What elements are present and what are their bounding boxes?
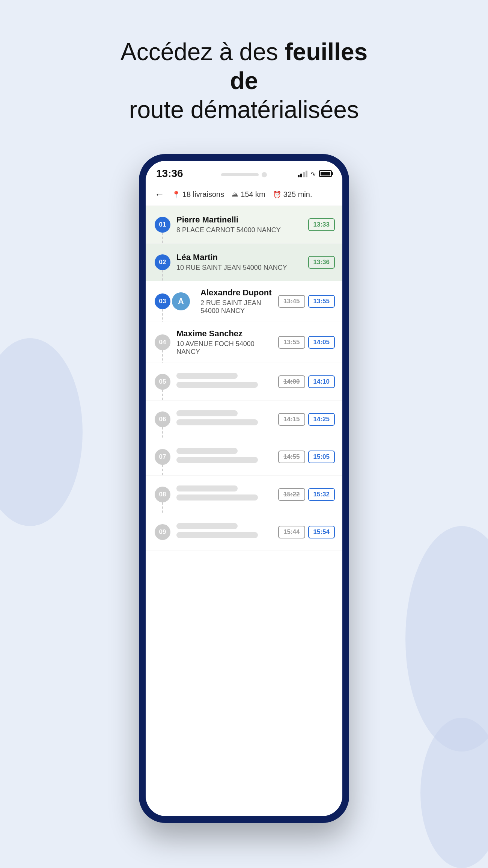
time-badge-strike-05: 14:00 [278, 375, 305, 388]
phone-frame: 13:36 ∿ [139, 154, 349, 823]
time-badges-08: 15:22 15:32 [278, 488, 335, 501]
time-badge-main-08: 15:32 [308, 488, 335, 501]
delivery-item-03[interactable]: 03 A Alexandre Dupont 2 RUE SAINT JEAN 5… [146, 281, 342, 322]
step-number-04: 04 [155, 334, 170, 350]
time-badges-06: 14:15 14:25 [278, 413, 335, 426]
time-badges-row-03: 13:45 13:55 [278, 295, 335, 308]
nav-stat-distance: ⛰ 154 km [232, 190, 265, 199]
time-badge-main-01: 13:33 [308, 218, 335, 231]
delivery-info-07 [172, 448, 278, 466]
phone-screen: 13:36 ∿ [146, 161, 342, 816]
delivery-item-09[interactable]: 09 15:44 15:54 [146, 513, 342, 551]
step-col-08: 08 [153, 487, 172, 502]
step-col-07: 07 [153, 449, 172, 465]
nav-bar: ← 📍 18 livraisons ⛰ 154 km ⏰ 325 min. [146, 183, 342, 206]
time-badge-strike-07: 14:55 [278, 451, 305, 463]
time-badge-main-05: 14:10 [308, 375, 335, 388]
back-button[interactable]: ← [155, 189, 164, 200]
status-bar: 13:36 ∿ [146, 161, 342, 183]
delivery-info-01: Pierre Martinelli 8 PLACE CARNOT 54000 N… [172, 215, 308, 234]
blurred-name-08 [176, 485, 238, 491]
delivery-name-03: Alexandre Dupont [200, 288, 278, 298]
delivery-item-01[interactable]: 01 Pierre Martinelli 8 PLACE CARNOT 5400… [146, 206, 342, 243]
notch-area [221, 172, 267, 177]
blurred-name-06 [176, 410, 238, 416]
delivery-name-04: Maxime Sanchez [176, 329, 278, 339]
time-badge-main-09: 15:54 [308, 526, 335, 538]
step-col-03: 03 [153, 293, 172, 309]
time-badge-strike-03: 13:45 [278, 295, 305, 308]
step-number-07: 07 [155, 449, 170, 465]
time-badge-strike-04: 13:55 [278, 336, 305, 349]
time-badges-05: 14:00 14:10 [278, 375, 335, 388]
step-number-09: 09 [155, 524, 170, 540]
phone-mockup: 13:36 ∿ [139, 154, 349, 823]
signal-bar-2 [300, 174, 302, 177]
time-badges-03: 13:45 13:55 [278, 295, 335, 308]
delivery-address-03: 2 RUE SAINT JEAN 54000 NANCY [200, 299, 278, 315]
time-badges-row-08: 15:22 15:32 [278, 488, 335, 501]
heading-section: Accédez à des feuilles de route dématéri… [113, 38, 375, 124]
step-col-06: 06 [153, 411, 172, 427]
signal-bar-4 [306, 171, 307, 177]
delivery-item-05[interactable]: 05 14:00 14:10 [146, 363, 342, 401]
avatar-03: A [172, 292, 190, 310]
delivery-info-06 [172, 410, 278, 428]
blurred-address-06 [176, 419, 258, 425]
step-number-02: 02 [155, 254, 170, 270]
time-badge-main-03: 13:55 [308, 295, 335, 308]
avatar-col-03: A [172, 292, 191, 310]
blurred-address-09 [176, 532, 258, 538]
time-badge-main-04: 14:05 [308, 336, 335, 349]
time-badge-strike-06: 14:15 [278, 413, 305, 426]
time-badges-07: 14:55 15:05 [278, 451, 335, 463]
time-badges-01: 13:33 [308, 218, 335, 231]
delivery-address-01: 8 PLACE CARNOT 54000 NANCY [176, 226, 308, 234]
blurred-name-05 [176, 373, 238, 379]
nav-stat-deliveries: 📍 18 livraisons [172, 190, 224, 199]
bg-blob-right2 [420, 718, 488, 868]
time-badge-main-06: 14:25 [308, 413, 335, 426]
step-col-01: 01 [153, 217, 172, 233]
blurred-address-05 [176, 382, 258, 388]
delivery-info-04: Maxime Sanchez 10 AVENUE FOCH 54000 NANC… [172, 329, 278, 356]
bg-blob-right [405, 526, 488, 752]
delivery-item-08[interactable]: 08 15:22 15:32 [146, 476, 342, 513]
status-time: 13:36 [156, 168, 183, 180]
step-col-04: 04 [153, 334, 172, 350]
bg-blob-left [0, 338, 83, 526]
time-badges-row-07: 14:55 15:05 [278, 451, 335, 463]
delivery-info-02: Léa Martin 10 RUE SAINT JEAN 54000 NANCY [172, 253, 308, 272]
status-icons: ∿ [298, 169, 332, 178]
delivery-info-08 [172, 485, 278, 504]
step-number-05: 05 [155, 374, 170, 390]
step-col-02: 02 [153, 254, 172, 270]
step-col-09: 09 [153, 524, 172, 540]
signal-icon [298, 170, 307, 177]
delivery-item-07[interactable]: 07 14:55 15:05 [146, 438, 342, 476]
nav-stat-time: ⏰ 325 min. [273, 190, 312, 199]
delivery-item-06[interactable]: 06 14:15 14:25 [146, 401, 342, 438]
time-badge-main-02: 13:36 [308, 256, 335, 269]
delivery-address-04: 10 AVENUE FOCH 54000 NANCY [176, 340, 278, 356]
delivery-item-02[interactable]: 02 Léa Martin 10 RUE SAINT JEAN 54000 NA… [146, 243, 342, 281]
time-badges-row-09: 15:44 15:54 [278, 526, 335, 538]
time-badges-row-04: 13:55 14:05 [278, 336, 335, 349]
blurred-address-07 [176, 457, 258, 463]
time-badges-09: 15:44 15:54 [278, 526, 335, 538]
step-number-06: 06 [155, 411, 170, 427]
distance-icon: ⛰ [232, 191, 238, 198]
delivery-list: 01 Pierre Martinelli 8 PLACE CARNOT 5400… [146, 206, 342, 816]
clock-icon: ⏰ [273, 191, 281, 199]
blurred-address-08 [176, 494, 258, 501]
time-badge-strike-08: 15:22 [278, 488, 305, 501]
delivery-item-04[interactable]: 04 Maxime Sanchez 10 AVENUE FOCH 54000 N… [146, 322, 342, 363]
delivery-address-02: 10 RUE SAINT JEAN 54000 NANCY [176, 264, 308, 272]
delivery-info-05 [172, 373, 278, 391]
blurred-name-09 [176, 523, 238, 529]
step-number-08: 08 [155, 487, 170, 502]
notch-circle [262, 172, 267, 177]
time-badge-strike-09: 15:44 [278, 526, 305, 538]
time-badges-04: 13:55 14:05 [278, 336, 335, 349]
battery-icon [319, 170, 332, 177]
